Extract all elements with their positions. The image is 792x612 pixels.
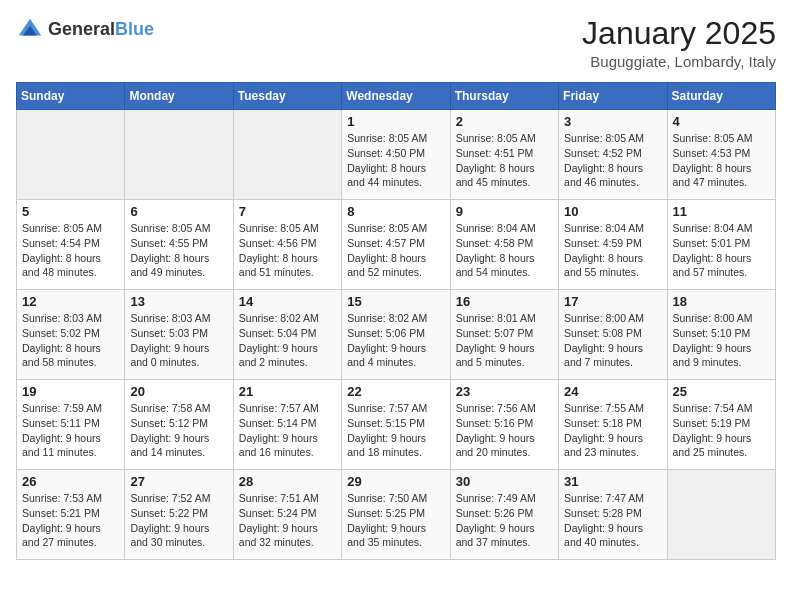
calendar-cell: 17Sunrise: 8:00 AM Sunset: 5:08 PM Dayli… bbox=[559, 290, 667, 380]
day-header-thursday: Thursday bbox=[450, 83, 558, 110]
calendar-cell: 27Sunrise: 7:52 AM Sunset: 5:22 PM Dayli… bbox=[125, 470, 233, 560]
day-info: Sunrise: 7:49 AM Sunset: 5:26 PM Dayligh… bbox=[456, 491, 553, 550]
day-number: 1 bbox=[347, 114, 444, 129]
day-info: Sunrise: 8:05 AM Sunset: 4:50 PM Dayligh… bbox=[347, 131, 444, 190]
day-info: Sunrise: 8:02 AM Sunset: 5:04 PM Dayligh… bbox=[239, 311, 336, 370]
day-number: 5 bbox=[22, 204, 119, 219]
day-info: Sunrise: 8:05 AM Sunset: 4:51 PM Dayligh… bbox=[456, 131, 553, 190]
day-header-saturday: Saturday bbox=[667, 83, 775, 110]
calendar-cell: 31Sunrise: 7:47 AM Sunset: 5:28 PM Dayli… bbox=[559, 470, 667, 560]
day-info: Sunrise: 8:05 AM Sunset: 4:57 PM Dayligh… bbox=[347, 221, 444, 280]
calendar-cell: 1Sunrise: 8:05 AM Sunset: 4:50 PM Daylig… bbox=[342, 110, 450, 200]
calendar-cell: 30Sunrise: 7:49 AM Sunset: 5:26 PM Dayli… bbox=[450, 470, 558, 560]
calendar-cell bbox=[125, 110, 233, 200]
calendar-cell: 15Sunrise: 8:02 AM Sunset: 5:06 PM Dayli… bbox=[342, 290, 450, 380]
day-number: 2 bbox=[456, 114, 553, 129]
calendar-cell: 29Sunrise: 7:50 AM Sunset: 5:25 PM Dayli… bbox=[342, 470, 450, 560]
month-title: January 2025 bbox=[582, 16, 776, 51]
day-info: Sunrise: 7:57 AM Sunset: 5:14 PM Dayligh… bbox=[239, 401, 336, 460]
day-info: Sunrise: 7:52 AM Sunset: 5:22 PM Dayligh… bbox=[130, 491, 227, 550]
day-number: 21 bbox=[239, 384, 336, 399]
calendar-cell: 12Sunrise: 8:03 AM Sunset: 5:02 PM Dayli… bbox=[17, 290, 125, 380]
calendar-cell: 26Sunrise: 7:53 AM Sunset: 5:21 PM Dayli… bbox=[17, 470, 125, 560]
week-row-1: 1Sunrise: 8:05 AM Sunset: 4:50 PM Daylig… bbox=[17, 110, 776, 200]
day-number: 13 bbox=[130, 294, 227, 309]
calendar-cell: 6Sunrise: 8:05 AM Sunset: 4:55 PM Daylig… bbox=[125, 200, 233, 290]
day-info: Sunrise: 8:05 AM Sunset: 4:55 PM Dayligh… bbox=[130, 221, 227, 280]
calendar-cell: 5Sunrise: 8:05 AM Sunset: 4:54 PM Daylig… bbox=[17, 200, 125, 290]
day-info: Sunrise: 8:03 AM Sunset: 5:02 PM Dayligh… bbox=[22, 311, 119, 370]
day-number: 15 bbox=[347, 294, 444, 309]
title-block: January 2025 Buguggiate, Lombardy, Italy bbox=[582, 16, 776, 70]
calendar-cell: 2Sunrise: 8:05 AM Sunset: 4:51 PM Daylig… bbox=[450, 110, 558, 200]
calendar-table: SundayMondayTuesdayWednesdayThursdayFrid… bbox=[16, 82, 776, 560]
day-number: 18 bbox=[673, 294, 770, 309]
day-info: Sunrise: 7:53 AM Sunset: 5:21 PM Dayligh… bbox=[22, 491, 119, 550]
week-row-4: 19Sunrise: 7:59 AM Sunset: 5:11 PM Dayli… bbox=[17, 380, 776, 470]
day-number: 16 bbox=[456, 294, 553, 309]
calendar-cell: 9Sunrise: 8:04 AM Sunset: 4:58 PM Daylig… bbox=[450, 200, 558, 290]
calendar-cell: 22Sunrise: 7:57 AM Sunset: 5:15 PM Dayli… bbox=[342, 380, 450, 470]
calendar-cell: 28Sunrise: 7:51 AM Sunset: 5:24 PM Dayli… bbox=[233, 470, 341, 560]
day-number: 14 bbox=[239, 294, 336, 309]
day-number: 25 bbox=[673, 384, 770, 399]
day-info: Sunrise: 7:55 AM Sunset: 5:18 PM Dayligh… bbox=[564, 401, 661, 460]
day-number: 7 bbox=[239, 204, 336, 219]
day-number: 20 bbox=[130, 384, 227, 399]
day-number: 22 bbox=[347, 384, 444, 399]
day-info: Sunrise: 8:04 AM Sunset: 5:01 PM Dayligh… bbox=[673, 221, 770, 280]
calendar-cell: 4Sunrise: 8:05 AM Sunset: 4:53 PM Daylig… bbox=[667, 110, 775, 200]
day-info: Sunrise: 8:00 AM Sunset: 5:10 PM Dayligh… bbox=[673, 311, 770, 370]
calendar-cell: 14Sunrise: 8:02 AM Sunset: 5:04 PM Dayli… bbox=[233, 290, 341, 380]
day-info: Sunrise: 8:05 AM Sunset: 4:54 PM Dayligh… bbox=[22, 221, 119, 280]
calendar-cell: 19Sunrise: 7:59 AM Sunset: 5:11 PM Dayli… bbox=[17, 380, 125, 470]
calendar-cell bbox=[233, 110, 341, 200]
week-row-3: 12Sunrise: 8:03 AM Sunset: 5:02 PM Dayli… bbox=[17, 290, 776, 380]
day-info: Sunrise: 7:54 AM Sunset: 5:19 PM Dayligh… bbox=[673, 401, 770, 460]
calendar-cell: 21Sunrise: 7:57 AM Sunset: 5:14 PM Dayli… bbox=[233, 380, 341, 470]
day-number: 4 bbox=[673, 114, 770, 129]
week-row-2: 5Sunrise: 8:05 AM Sunset: 4:54 PM Daylig… bbox=[17, 200, 776, 290]
day-info: Sunrise: 8:04 AM Sunset: 4:58 PM Dayligh… bbox=[456, 221, 553, 280]
day-info: Sunrise: 8:02 AM Sunset: 5:06 PM Dayligh… bbox=[347, 311, 444, 370]
day-header-wednesday: Wednesday bbox=[342, 83, 450, 110]
day-info: Sunrise: 7:56 AM Sunset: 5:16 PM Dayligh… bbox=[456, 401, 553, 460]
logo-icon bbox=[16, 16, 44, 44]
day-info: Sunrise: 8:04 AM Sunset: 4:59 PM Dayligh… bbox=[564, 221, 661, 280]
day-info: Sunrise: 7:51 AM Sunset: 5:24 PM Dayligh… bbox=[239, 491, 336, 550]
day-number: 26 bbox=[22, 474, 119, 489]
day-number: 24 bbox=[564, 384, 661, 399]
calendar-cell: 25Sunrise: 7:54 AM Sunset: 5:19 PM Dayli… bbox=[667, 380, 775, 470]
calendar-cell: 18Sunrise: 8:00 AM Sunset: 5:10 PM Dayli… bbox=[667, 290, 775, 380]
day-info: Sunrise: 8:05 AM Sunset: 4:53 PM Dayligh… bbox=[673, 131, 770, 190]
week-row-5: 26Sunrise: 7:53 AM Sunset: 5:21 PM Dayli… bbox=[17, 470, 776, 560]
day-info: Sunrise: 7:58 AM Sunset: 5:12 PM Dayligh… bbox=[130, 401, 227, 460]
calendar-cell: 8Sunrise: 8:05 AM Sunset: 4:57 PM Daylig… bbox=[342, 200, 450, 290]
day-header-tuesday: Tuesday bbox=[233, 83, 341, 110]
day-number: 11 bbox=[673, 204, 770, 219]
page-header: GeneralBlue January 2025 Buguggiate, Lom… bbox=[16, 16, 776, 70]
calendar-cell bbox=[667, 470, 775, 560]
day-number: 10 bbox=[564, 204, 661, 219]
calendar-cell: 11Sunrise: 8:04 AM Sunset: 5:01 PM Dayli… bbox=[667, 200, 775, 290]
day-info: Sunrise: 8:05 AM Sunset: 4:56 PM Dayligh… bbox=[239, 221, 336, 280]
day-number: 3 bbox=[564, 114, 661, 129]
day-number: 27 bbox=[130, 474, 227, 489]
day-number: 12 bbox=[22, 294, 119, 309]
calendar-cell: 13Sunrise: 8:03 AM Sunset: 5:03 PM Dayli… bbox=[125, 290, 233, 380]
day-header-sunday: Sunday bbox=[17, 83, 125, 110]
day-info: Sunrise: 8:00 AM Sunset: 5:08 PM Dayligh… bbox=[564, 311, 661, 370]
calendar-cell: 20Sunrise: 7:58 AM Sunset: 5:12 PM Dayli… bbox=[125, 380, 233, 470]
calendar-cell: 7Sunrise: 8:05 AM Sunset: 4:56 PM Daylig… bbox=[233, 200, 341, 290]
day-info: Sunrise: 7:57 AM Sunset: 5:15 PM Dayligh… bbox=[347, 401, 444, 460]
day-info: Sunrise: 7:59 AM Sunset: 5:11 PM Dayligh… bbox=[22, 401, 119, 460]
calendar-cell: 10Sunrise: 8:04 AM Sunset: 4:59 PM Dayli… bbox=[559, 200, 667, 290]
calendar-cell: 23Sunrise: 7:56 AM Sunset: 5:16 PM Dayli… bbox=[450, 380, 558, 470]
day-number: 19 bbox=[22, 384, 119, 399]
day-number: 8 bbox=[347, 204, 444, 219]
day-number: 29 bbox=[347, 474, 444, 489]
calendar-cell: 24Sunrise: 7:55 AM Sunset: 5:18 PM Dayli… bbox=[559, 380, 667, 470]
calendar-cell: 3Sunrise: 8:05 AM Sunset: 4:52 PM Daylig… bbox=[559, 110, 667, 200]
day-number: 23 bbox=[456, 384, 553, 399]
calendar-cell: 16Sunrise: 8:01 AM Sunset: 5:07 PM Dayli… bbox=[450, 290, 558, 380]
